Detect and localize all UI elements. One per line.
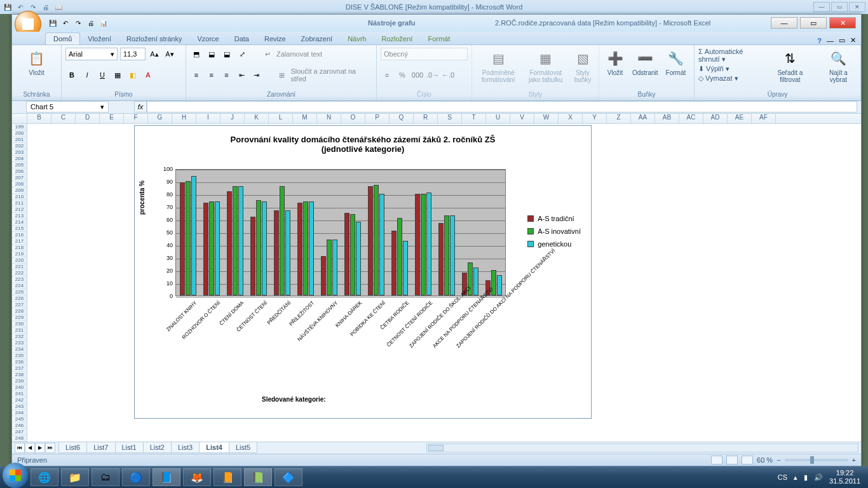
indent-inc-icon[interactable]: ⇥ — [250, 69, 263, 81]
col-header[interactable]: AE — [728, 114, 752, 123]
view-normal-icon[interactable] — [711, 456, 722, 464]
col-header[interactable]: Y — [583, 114, 607, 123]
tab-navrh[interactable]: Návrh — [340, 33, 374, 44]
row-header[interactable]: 229 — [12, 315, 27, 321]
word-maximize[interactable]: ▭ — [831, 2, 848, 12]
row-header[interactable]: 209 — [12, 187, 27, 194]
chart-object[interactable]: Porovnání kvality domácího čtenářského z… — [134, 125, 592, 419]
zoom-in-icon[interactable]: + — [852, 456, 856, 464]
col-header[interactable]: Z — [607, 114, 631, 123]
border-button[interactable]: ▦ — [111, 69, 124, 81]
row-header[interactable]: 212 — [12, 207, 27, 213]
row-header[interactable]: 214 — [12, 219, 27, 226]
row-header[interactable]: 248 — [12, 435, 27, 442]
help-icon[interactable]: ? — [817, 37, 822, 44]
row-header[interactable]: 200 — [12, 130, 27, 137]
row-header[interactable]: 220 — [12, 257, 27, 264]
cond-format-button[interactable]: ▤Podmíněné formátování — [476, 48, 521, 85]
horizontal-scrollbar[interactable] — [426, 444, 858, 452]
tray-network-icon[interactable]: ▮ — [804, 473, 808, 482]
currency-icon[interactable]: ¤ — [381, 69, 393, 81]
col-header[interactable]: V — [510, 114, 534, 123]
sheet-tab[interactable]: List1 — [115, 442, 144, 453]
col-header[interactable]: P — [365, 114, 390, 123]
dec-decimal-icon[interactable]: ←.0 — [442, 69, 454, 81]
indent-dec-icon[interactable]: ⇤ — [235, 69, 248, 81]
find-select-button[interactable]: 🔍Najít a vybrat — [820, 48, 857, 86]
align-middle-icon[interactable]: ⬓ — [205, 48, 218, 60]
font-name-combo[interactable]: Arial▾ — [65, 48, 118, 60]
col-header[interactable]: AC — [679, 114, 703, 123]
row-header[interactable]: 201 — [12, 137, 27, 143]
autosum-button[interactable]: Σ Automatické shrnutí ▾ — [698, 48, 760, 64]
book-icon[interactable]: 📖 — [53, 2, 64, 12]
row-header[interactable]: 228 — [12, 308, 27, 315]
col-header[interactable]: R — [414, 114, 438, 123]
align-left-icon[interactable]: ≡ — [190, 69, 203, 81]
row-header[interactable]: 223 — [12, 276, 27, 283]
row-header[interactable]: 225 — [12, 289, 27, 295]
taskbar-explorer-icon[interactable]: 📁 — [61, 468, 89, 486]
inc-decimal-icon[interactable]: .0→ — [426, 69, 439, 81]
row-header[interactable]: 237 — [12, 365, 27, 372]
grow-font-icon[interactable]: A▴ — [148, 48, 161, 60]
row-header[interactable]: 231 — [12, 327, 27, 334]
tab-vlozeni[interactable]: Vložení — [80, 33, 119, 44]
row-header[interactable]: 239 — [12, 378, 27, 384]
row-header[interactable]: 227 — [12, 302, 27, 308]
row-header[interactable]: 205 — [12, 162, 27, 168]
sheet-last-icon[interactable]: ⏭ — [45, 443, 55, 453]
mdi-restore[interactable]: ▭ — [839, 36, 845, 44]
col-header[interactable]: L — [269, 114, 293, 123]
taskbar-media-icon[interactable]: 🔵 — [122, 468, 150, 486]
sheet-tab[interactable]: List6 — [58, 442, 87, 453]
col-header[interactable]: X — [559, 114, 583, 123]
save-icon[interactable]: 💾 — [3, 2, 13, 12]
row-header[interactable]: 224 — [12, 283, 27, 289]
formula-input[interactable] — [147, 101, 857, 112]
select-all-corner[interactable] — [12, 114, 27, 123]
row-header[interactable]: 234 — [12, 346, 27, 353]
insert-cells-button[interactable]: ➕Vložit — [603, 48, 627, 78]
mdi-minimize[interactable]: — — [827, 37, 834, 44]
col-header[interactable]: D — [76, 114, 100, 123]
orientation-icon[interactable]: ⤢ — [236, 48, 248, 60]
zoom-slider[interactable] — [785, 459, 848, 461]
tab-domu[interactable]: Domů — [45, 32, 80, 44]
row-header[interactable]: 221 — [12, 264, 27, 270]
fill-color-button[interactable]: ◧ — [126, 69, 139, 81]
row-header[interactable]: 210 — [12, 194, 27, 200]
row-header[interactable]: 207 — [12, 175, 27, 181]
tab-vzorce[interactable]: Vzorce — [189, 33, 226, 44]
tab-rozlozeni[interactable]: Rozložení — [374, 33, 420, 44]
col-header[interactable]: AD — [703, 114, 728, 123]
row-header[interactable]: 199 — [12, 124, 27, 130]
row-header[interactable]: 243 — [12, 403, 27, 410]
shrink-font-icon[interactable]: A▾ — [163, 48, 176, 60]
underline-button[interactable]: U — [96, 69, 109, 81]
col-header[interactable]: AB — [655, 114, 679, 123]
name-box[interactable]: Chart 5▾ — [26, 101, 109, 112]
col-header[interactable]: U — [486, 114, 510, 123]
format-cells-button[interactable]: 🔧Formát — [663, 48, 689, 78]
row-header[interactable]: 244 — [12, 410, 27, 416]
taskbar-excel-icon[interactable]: 📗 — [244, 468, 272, 486]
row-header[interactable]: 217 — [12, 238, 27, 245]
clear-button[interactable]: ◇ Vymazat ▾ — [698, 74, 760, 83]
row-header[interactable]: 247 — [12, 429, 27, 435]
sheet-next-icon[interactable]: ▶ — [35, 443, 45, 453]
col-header[interactable]: F — [124, 114, 148, 123]
redo-icon[interactable]: ↷ — [73, 18, 83, 28]
col-header[interactable]: T — [462, 114, 486, 123]
row-header[interactable]: 222 — [12, 270, 27, 276]
undo-icon[interactable]: ↶ — [15, 2, 25, 12]
row-header[interactable]: 208 — [12, 181, 27, 187]
delete-cells-button[interactable]: ➖Odstranit — [630, 48, 661, 78]
row-header[interactable]: 240 — [12, 384, 27, 391]
row-header[interactable]: 232 — [12, 334, 27, 340]
row-header[interactable]: 236 — [12, 359, 27, 365]
cells-area[interactable]: Porovnání kvality domácího čtenářského z… — [27, 124, 861, 442]
paste-button[interactable]: 📋Vložit — [16, 48, 57, 78]
italic-button[interactable]: I — [81, 69, 93, 81]
col-header[interactable]: I — [196, 114, 220, 123]
